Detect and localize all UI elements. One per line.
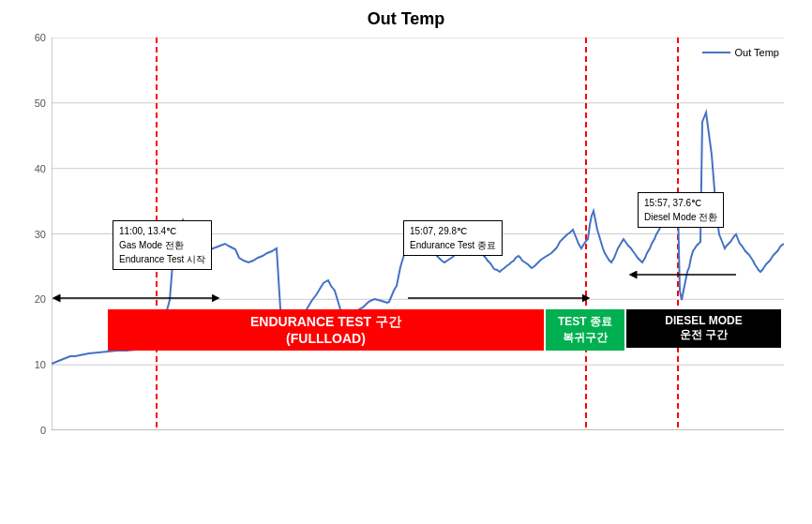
annotation-1-line2: Gas Mode 전환 [119, 238, 205, 252]
endurance-label-line1: ENDURANCE TEST 구간 [108, 314, 544, 331]
annotation-2: 15:07, 29.8℃ Endurance Test 종료 [403, 220, 503, 256]
y-label-30: 30 [35, 229, 46, 240]
annotation-1-line3: Endurance Test 시작 [119, 252, 205, 266]
annotation-3-line1: 15:57, 37.6℃ [644, 196, 717, 210]
y-label-50: 50 [35, 97, 46, 109]
diesel-mode-line1: DIESEL MODE [626, 314, 781, 327]
diesel-mode-label: DIESEL MODE 운전 구간 [626, 309, 781, 348]
y-axis: 60 50 40 30 20 10 0 [0, 37, 51, 430]
y-label-0: 0 [40, 425, 46, 436]
arrow-left-1 [52, 291, 220, 309]
annotation-1-line1: 11:00, 13.4℃ [119, 224, 205, 238]
endurance-label: ENDURANCE TEST 구간 (FULLLOAD) [108, 309, 544, 351]
chart-title: Out Temp [0, 0, 812, 34]
test-end-label: TEST 종료 복귀구간 [546, 309, 624, 351]
arrow-left-3 [628, 267, 741, 286]
y-label-20: 20 [35, 293, 46, 305]
annotation-3: 15:57, 37.6℃ Diesel Mode 전환 [638, 192, 724, 228]
annotation-2-line2: Endurance Test 종료 [410, 238, 496, 252]
chart-container: Out Temp Out Temp [0, 0, 812, 524]
diesel-mode-line2: 운전 구간 [626, 327, 781, 343]
annotation-2-line1: 15:07, 29.8℃ [410, 224, 496, 238]
x-axis-labels: 10:30:00 10:39:40 10:48:05 10:57:56 11:0… [52, 435, 784, 519]
annotation-1: 11:00, 13.4℃ Gas Mode 전환 Endurance Test … [113, 220, 212, 270]
test-end-line1: TEST 종료 [546, 314, 624, 330]
test-end-line2: 복귀구간 [546, 330, 624, 346]
endurance-label-line2: (FULLLOAD) [108, 331, 544, 346]
annotation-3-line2: Diesel Mode 전환 [644, 210, 717, 224]
y-label-60: 60 [35, 32, 46, 43]
y-label-40: 40 [35, 163, 46, 174]
arrow-right-2 [403, 291, 591, 309]
y-label-10: 10 [35, 359, 46, 370]
